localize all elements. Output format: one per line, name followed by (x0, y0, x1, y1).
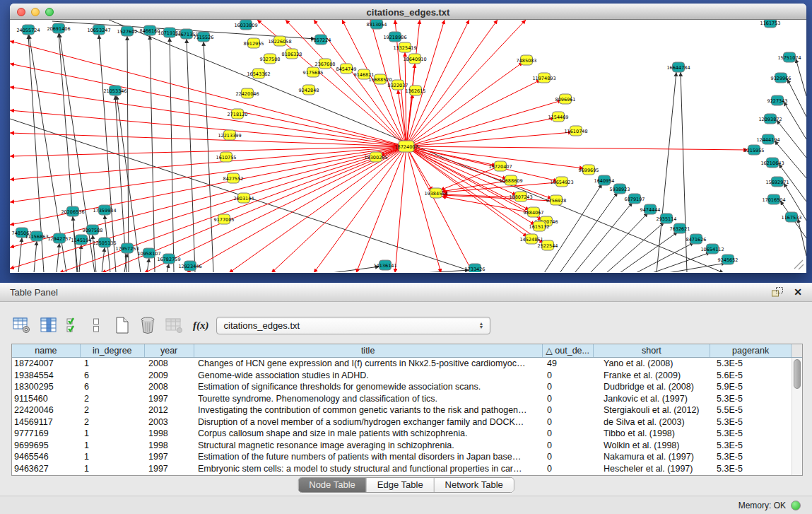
graph-edge (440, 168, 496, 190)
table-selector-dropdown[interactable]: citations_edges.txt ▲▼ (216, 317, 490, 334)
table-row[interactable]: 946554611997Estimation of the future num… (12, 451, 802, 463)
graph-node-label: 16644784 (666, 65, 690, 71)
cell-year: 2012 (145, 404, 194, 416)
graph-edge (406, 146, 441, 272)
graph-node-label: 17016504 (762, 197, 785, 203)
cell-title: Changes of HCN gene expression and I(f) … (194, 358, 543, 370)
tab-edge-table[interactable]: Edge Table (367, 478, 435, 492)
graph-node-label: 2367608 (315, 62, 336, 67)
cell-year: 2003 (145, 416, 194, 428)
vertical-scrollbar[interactable] (792, 358, 802, 475)
new-table-icon[interactable] (114, 316, 130, 334)
graph-edge (10, 146, 406, 247)
cell-in_degree: 1 (81, 358, 145, 370)
graph-node-label: 6879197 (625, 197, 645, 202)
graph-node-label: 1733426 (465, 267, 486, 272)
cell-in_degree: 2 (81, 404, 145, 416)
graph-node-label: 1610755 (216, 155, 237, 160)
column-header-pagerank[interactable]: pagerank (710, 344, 792, 357)
graph-edge (406, 20, 498, 146)
table-row[interactable]: 1456911722003Disruption of a novel membe… (12, 416, 802, 428)
graph-node-label: 1527602 (117, 29, 138, 35)
window-titlebar[interactable]: citations_edges.txt (10, 4, 806, 20)
table-row[interactable]: 2242004622012Investigating the contribut… (12, 404, 802, 416)
graph-node-label: 9097588 (83, 228, 103, 233)
graph-edge (204, 42, 213, 272)
cell-in_degree: 1 (81, 440, 145, 452)
graph-node-label: 18724007 (394, 144, 418, 150)
tab-node-table[interactable]: Node Table (298, 478, 367, 492)
cell-pagerank: 5.6E-5 (712, 370, 793, 382)
cell-out_de: 49 (543, 358, 594, 370)
network-canvas[interactable]: 2405572420691406106532471527602846616010… (10, 20, 806, 272)
cell-pagerank: 5.3E-5 (712, 416, 793, 428)
table-row[interactable]: 911546021997Tourette syndrome. Phenomeno… (12, 393, 802, 405)
graph-node-label: 9329966 (771, 76, 792, 81)
table-row[interactable]: 1872400712008Changes of HCN gene express… (12, 358, 802, 370)
desktop: { "network_window": { "title": "citation… (0, 0, 812, 514)
table-body: 1872400712008Changes of HCN gene express… (12, 358, 802, 474)
table-row[interactable]: 969969511998Structural magnetic resonanc… (12, 440, 802, 452)
zoom-window-icon[interactable] (45, 8, 54, 16)
table-row[interactable]: 946362711997Embryonic stem cells: a mode… (12, 463, 802, 475)
column-header-in_degree[interactable]: in_degree (81, 344, 145, 357)
cell-short: Wolkin et al. (1998) (594, 440, 712, 452)
panel-title: Table Panel (10, 287, 58, 298)
graph-node-label: 15720407 (488, 164, 512, 170)
graph-node-label: 8427552 (223, 176, 244, 182)
graph-node-label: 12093872 (758, 117, 782, 122)
column-header-short[interactable]: short (594, 344, 711, 357)
graph-node-label: 24055724 (16, 28, 40, 33)
cell-title: Tourette syndrome. Phenomenology and cla… (194, 393, 543, 405)
graph-node-label: 18640910 (403, 57, 426, 62)
graph-node-label: 9884067 (524, 210, 544, 216)
cell-in_degree: 1 (81, 451, 145, 463)
select-all-icon[interactable] (66, 317, 82, 334)
graph-edge (775, 141, 806, 178)
graph-node-label: 21053346 (103, 88, 126, 94)
cell-short: Tibbo et al. (1998) (594, 428, 712, 440)
close-panel-icon[interactable]: ✕ (794, 286, 802, 298)
function-builder-icon[interactable]: f(x) (193, 320, 209, 332)
graph-node-label: 11974893 (532, 76, 555, 81)
graph-node-label: 19218986 (383, 35, 406, 40)
window-title: citations_edges.txt (367, 7, 450, 18)
graph-edge (18, 238, 22, 272)
column-header-out_de[interactable]: △ out_de... (543, 344, 594, 357)
graph-node-label: 10654112 (700, 247, 724, 252)
column-header-title[interactable]: title (194, 344, 543, 357)
close-window-icon[interactable] (17, 8, 25, 16)
table-row[interactable]: 1938455462009Genome-wide association stu… (12, 370, 802, 382)
float-window-icon[interactable] (771, 286, 784, 298)
cell-name: 22420046 (12, 404, 81, 416)
resize-grip-icon[interactable] (794, 260, 804, 269)
cell-title: Estimation of the future numbers of pati… (194, 451, 543, 463)
show-columns-icon[interactable] (40, 317, 57, 334)
table-options-icon[interactable] (13, 317, 31, 334)
graph-node-label: 1145194 (71, 238, 92, 243)
cell-in_degree: 6 (81, 381, 145, 393)
cell-year: 1998 (145, 440, 194, 452)
graph-edge (127, 36, 129, 272)
graph-node-label: 7632621 (670, 226, 690, 232)
table-row[interactable]: 977716911998Corpus callosum shape and si… (12, 428, 802, 440)
column-header-year[interactable]: year (145, 344, 194, 357)
network-canvas-svg: 2405572420691406106532471527602846616010… (10, 20, 806, 272)
delete-table-icon[interactable] (139, 316, 156, 334)
network-view-window: citations_edges.txt 24055724206914061065… (10, 4, 806, 273)
graph-node-label: 16210643 (760, 160, 784, 166)
scrollbar-thumb[interactable] (794, 359, 801, 389)
table-row[interactable]: 1830029562008Estimation of significance … (12, 381, 802, 393)
cell-pagerank: 5.3E-5 (712, 428, 793, 440)
graph-node-label: 8466160 (140, 28, 160, 34)
column-header-name[interactable]: name (12, 344, 81, 357)
memory-status-led-icon[interactable] (791, 501, 801, 510)
cell-name: 19384554 (12, 370, 81, 382)
tab-network-table[interactable]: Network Table (435, 478, 514, 492)
graph-node-label: 12213399 (218, 133, 241, 139)
graph-node-label: 8186328 (282, 52, 302, 57)
minimize-window-icon[interactable] (31, 8, 40, 16)
graph-edge (79, 245, 81, 272)
row-list-icon[interactable] (91, 317, 101, 334)
cell-name: 9777169 (12, 428, 81, 440)
